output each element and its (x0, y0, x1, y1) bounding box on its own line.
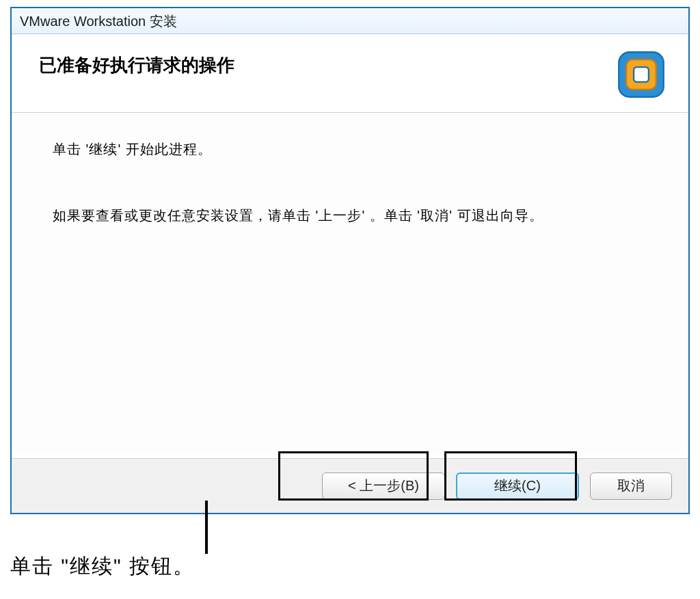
titlebar[interactable]: VMware Workstation 安装 (12, 8, 688, 34)
svg-rect-2 (634, 67, 649, 82)
instruction-line-1: 单击 '继续' 开始此进程。 (53, 140, 647, 159)
cancel-button[interactable]: 取消 (590, 472, 672, 500)
vmware-logo-icon (615, 48, 668, 101)
footer-panel: < 上一步(B) 继续(C) 取消 (12, 458, 688, 513)
annotation-caption: 单击 "继续" 按钮。 (10, 553, 195, 581)
header-panel: 已准备好执行请求的操作 (12, 34, 688, 113)
back-button[interactable]: < 上一步(B) (322, 472, 445, 500)
page-title: 已准备好执行请求的操作 (39, 53, 661, 77)
window-title: VMware Workstation 安装 (20, 14, 177, 29)
instruction-line-2: 如果要查看或更改任意安装设置，请单击 '上一步' 。单击 '取消' 可退出向导。 (53, 207, 647, 225)
continue-button[interactable]: 继续(C) (456, 472, 579, 500)
installer-window: VMware Workstation 安装 已准备好执行请求的操作 单击 '继续… (10, 7, 690, 514)
annotation-pointer-line (205, 501, 208, 554)
content-panel: 单击 '继续' 开始此进程。 如果要查看或更改任意安装设置，请单击 '上一步' … (12, 113, 688, 455)
